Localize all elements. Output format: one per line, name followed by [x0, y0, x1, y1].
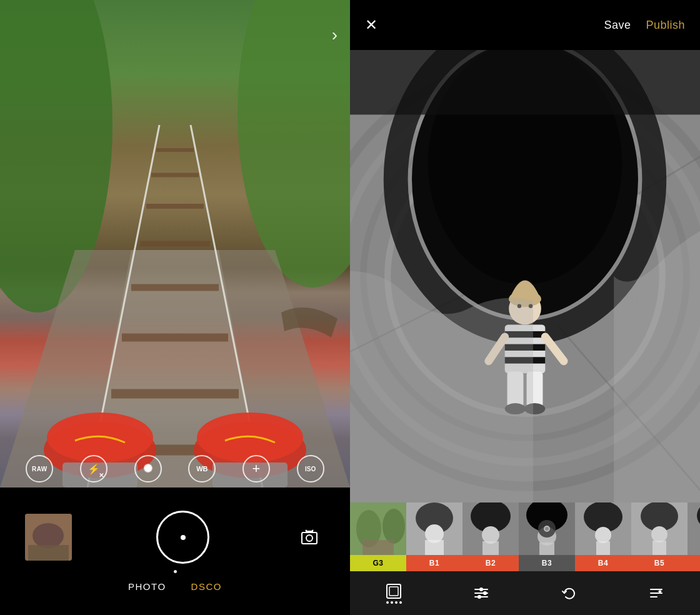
save-button[interactable]: Save [604, 19, 631, 32]
right-panel: ✕ Save Publish [350, 0, 700, 615]
filter-b1[interactable]: B1 [406, 502, 462, 571]
bottom-toolbar [350, 571, 700, 615]
filter-b3[interactable]: B3 [519, 502, 575, 571]
toolbar-history-button[interactable] [553, 578, 584, 609]
filter-b5-thumb [631, 502, 688, 555]
svg-point-22 [32, 523, 64, 548]
close-button[interactable]: ✕ [365, 18, 378, 32]
filter-b6-thumb [688, 502, 700, 555]
toolbar-adjust-button[interactable] [466, 578, 497, 609]
photo-frame-icon [386, 583, 402, 599]
filter-b4-thumb [575, 502, 631, 555]
filter-b4-label: B4 [575, 555, 631, 571]
svg-rect-40 [350, 50, 700, 114]
toolbar-starred-button[interactable] [641, 578, 672, 609]
svg-rect-24 [302, 532, 317, 544]
starred-list-icon [648, 585, 664, 601]
main-photo-area [350, 50, 700, 502]
filter-b6-label: B6 [688, 555, 700, 571]
shutter-button[interactable] [156, 511, 209, 564]
camera-mode-row: PHOTO DSCO [128, 581, 222, 592]
edited-photo-svg [350, 50, 700, 502]
svg-rect-58 [362, 540, 394, 555]
top-bar-actions: Save Publish [604, 19, 685, 32]
toolbar-photo-button[interactable] [378, 578, 409, 609]
filter-g3-thumb [350, 502, 406, 555]
filter-b2-label: B2 [462, 555, 519, 571]
svg-point-65 [482, 526, 499, 544]
svg-rect-23 [28, 545, 69, 561]
camera-bottom-ui: PHOTO DSCO [0, 488, 350, 615]
photo-mode-label[interactable]: PHOTO [128, 581, 166, 592]
filter-b1-thumb [406, 502, 462, 555]
svg-rect-78 [652, 541, 666, 555]
left-panel: › RAW ⚡ ✕ ✺ WB + ISO [0, 0, 350, 615]
camera-viewfinder: › RAW ⚡ ✕ ✺ WB + ISO [0, 0, 350, 488]
raw-toggle[interactable]: RAW [26, 455, 53, 482]
sliders-icon [474, 589, 488, 598]
svg-rect-66 [482, 541, 499, 555]
flash-toggle[interactable]: ⚡ ✕ [80, 455, 108, 482]
svg-point-77 [651, 526, 668, 542]
filter-b2-thumb [462, 502, 519, 555]
dsco-mode-label[interactable]: DSCO [191, 581, 222, 592]
publish-button[interactable]: Publish [646, 19, 685, 32]
svg-rect-70 [539, 542, 554, 555]
flip-camera-button[interactable] [294, 522, 325, 553]
filter-b3-label: B3 [519, 555, 575, 571]
svg-rect-62 [425, 540, 444, 555]
svg-rect-74 [596, 541, 610, 555]
filter-b4[interactable]: B4 [575, 502, 631, 571]
camera-bottom-controls [0, 511, 350, 564]
iso-control[interactable]: ISO [297, 455, 324, 482]
last-photo-thumbnail[interactable] [25, 514, 72, 561]
filter-b3-thumb [519, 502, 575, 555]
filter-b5[interactable]: B5 [631, 502, 688, 571]
top-bar: ✕ Save Publish [350, 0, 700, 50]
track-rails-svg [0, 0, 350, 488]
filter-strip: G3 B1 [350, 502, 700, 571]
filter-b2[interactable]: B2 [462, 502, 519, 571]
add-control[interactable]: + [242, 455, 270, 482]
exposure-control[interactable]: ✺ [134, 455, 162, 482]
filter-b5-label: B5 [631, 555, 688, 571]
filter-b1-label: B1 [406, 555, 462, 571]
filter-b6[interactable]: B6 [688, 502, 700, 571]
svg-rect-84 [389, 587, 398, 596]
svg-point-25 [306, 535, 312, 541]
filter-g3[interactable]: G3 [350, 502, 406, 571]
history-icon [561, 585, 577, 601]
filter-g3-label: G3 [350, 555, 406, 571]
svg-point-57 [382, 509, 405, 544]
svg-point-73 [595, 527, 611, 543]
white-balance[interactable]: WB [188, 455, 216, 482]
camera-controls-bar: RAW ⚡ ✕ ✺ WB + ISO [0, 450, 350, 488]
next-chevron[interactable]: › [332, 25, 338, 45]
toolbar-dots [386, 601, 402, 604]
